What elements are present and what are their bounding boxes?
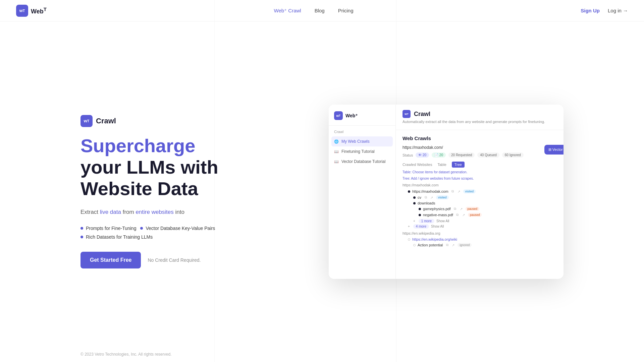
copy-icon-ap[interactable]: ⧉ [445, 243, 449, 247]
sidebar-item-label-crawls: My Web Crawls [341, 139, 370, 144]
hero-subtext: Extract live data from entire websites i… [80, 208, 255, 217]
visited-badge-1: visited [463, 189, 476, 193]
feature-dot-2 [140, 227, 143, 230]
hero-badge: wT Crawl [80, 115, 255, 127]
mock-body: Web Crawls https://maxhodak.com/ Status … [396, 130, 564, 256]
app-mockup: wT Web⁺ Crawl 🌐 My Web Crawls 📖 Finetuni… [329, 105, 564, 279]
tree-icons-nm: ⧉ ↗ [455, 213, 466, 217]
tree-dot-downloads [413, 202, 416, 204]
get-started-button[interactable]: Get Started Free [80, 252, 141, 268]
hero-subtext-prefix: Extract [80, 209, 100, 215]
nav-link-crawl[interactable]: Web⁺ Crawl [274, 8, 301, 14]
tree-label-wiki: https://en.wikipedia.org/wiki [412, 237, 457, 241]
feature-dot-1 [80, 227, 83, 230]
hero-subtext-suffix: into [174, 209, 184, 215]
paused-badge-gp: paused [466, 207, 480, 211]
copy-icon-cv[interactable]: ⧉ [423, 195, 428, 200]
tree-label-cv: cv [418, 195, 421, 199]
feature-chip-3: Rich Datasets for Training LLMs [80, 234, 153, 240]
sidebar-item-finetuning[interactable]: 📖 Finetuning Tutorial [329, 146, 395, 157]
mock-tab-hint-table: Table: Choose items for dataset generati… [402, 170, 557, 174]
more-row-2: + 4 more Show All [402, 223, 557, 229]
copy-icon-gp[interactable]: ⧉ [453, 206, 458, 211]
external-link-icon-ap[interactable]: ↗ [451, 243, 455, 247]
external-link-icon-cv[interactable]: ↗ [429, 195, 434, 200]
hero-headline-rest: your LLMs with Website Data [80, 157, 218, 199]
mock-domain-2: https://en.wikipedia.org [402, 231, 557, 235]
feature-row-2: Rich Datasets for Training LLMs [80, 234, 255, 240]
feature-chip-1: Prompts for Fine-Tuning [80, 226, 136, 231]
mock-badge-ignored: 60 Ignored [502, 153, 524, 158]
tab-table[interactable]: Table [435, 162, 449, 168]
features-list: Prompts for Fine-Tuning Vector Database … [80, 226, 255, 240]
more-btn-2[interactable]: 4 more [413, 224, 429, 229]
tree-dot-gamephysics [419, 208, 421, 210]
feature-row-1: Prompts for Fine-Tuning Vector Database … [80, 226, 255, 231]
show-all-2[interactable]: Show All [431, 225, 444, 228]
hero-left: wT Crawl Supercharge your LLMs with Webs… [80, 115, 255, 269]
table-hint-label: Table: Choose items for dataset generati… [402, 170, 467, 174]
tree-dot-wiki [408, 238, 410, 241]
sidebar-item-label-finetuning: Finetuning Tutorial [341, 149, 375, 154]
logo-text: WebT [31, 6, 47, 15]
hero-subtext-mid: from [121, 209, 136, 215]
tree-icons-cv: ⧉ ↗ [423, 195, 434, 200]
tree-label-nm: negative-mass.pdf [423, 213, 453, 217]
footer: © 2023 Vetro Technologies, Inc. All righ… [0, 347, 644, 362]
hero-right: wT Web⁺ Crawl 🌐 My Web Crawls 📖 Finetuni… [275, 105, 564, 279]
hero-badge-text: Crawl [96, 117, 116, 125]
mock-crawl-url: https://maxhodak.com/ [402, 145, 557, 150]
mock-tabs-row: Crawled Websites Table Tree [402, 162, 557, 168]
tree-item-wikipedia-wiki: https://en.wikipedia.org/wiki [402, 237, 557, 242]
tree-label-downloads: downloads [418, 201, 435, 205]
hero-subtext-highlight1: live data [100, 209, 121, 215]
mock-tree-section-1: https://maxhodak.com https://maxhodak.co… [402, 183, 557, 229]
copy-icon-nm[interactable]: ⧉ [455, 213, 460, 217]
external-link-icon[interactable]: ↗ [457, 189, 461, 194]
sidebar-item-vectordb[interactable]: 📖 Vector Database Tutorial [329, 157, 395, 167]
tree-label-ap: Action potential [418, 243, 443, 247]
sidebar-item-my-crawls[interactable]: 🌐 My Web Crawls [331, 136, 393, 146]
nav-link-blog[interactable]: Blog [315, 8, 325, 13]
cta-row: Get Started Free No Credit Card Required… [80, 252, 255, 268]
feature-label-1: Prompts for Fine-Tuning [86, 226, 136, 231]
tree-label-gamephysics: gamephysics.pdf [423, 207, 451, 211]
vector-button[interactable]: ⊞ Vector [544, 145, 564, 155]
tree-dot-ap [413, 244, 416, 246]
tree-label-maxhodak: https://maxhodak.com [412, 189, 448, 193]
hero-subtext-highlight2: entire websites [136, 209, 173, 215]
nav-links: Web⁺ Crawl Blog Pricing [274, 8, 354, 14]
tree-hint-label: Tree: Add / ignore websites from future … [402, 177, 474, 180]
more-row-1: + 1 more Show All [402, 218, 557, 223]
visited-badge-cv: visited [436, 195, 449, 199]
footer-text: © 2023 Vetro Technologies, Inc. All righ… [80, 352, 171, 357]
nav-link-pricing[interactable]: Pricing [338, 8, 354, 13]
mock-badge-eye: 👁 20 [416, 153, 429, 158]
mock-main-header: wT Crawl Automatically extract all the d… [396, 105, 564, 130]
hero-headline: Supercharge your LLMs with Website Data [80, 135, 255, 200]
signup-button[interactable]: Sign Up [581, 8, 600, 13]
tree-item-gamephysics: gamephysics.pdf ⧉ ↗ paused [402, 206, 557, 212]
tree-dot-cv [413, 196, 416, 199]
tree-item-action-potential: Action potential ⧉ ↗ ignored [402, 242, 557, 248]
nav-logo[interactable]: wT WebT [16, 5, 47, 17]
nav-right: Sign Up Log in → [581, 8, 628, 13]
external-link-icon-nm[interactable]: ↗ [461, 213, 466, 217]
login-button[interactable]: Log in → [608, 8, 628, 13]
hero-badge-icon: wT [80, 115, 93, 127]
mock-tree: https://maxhodak.com https://maxhodak.co… [402, 183, 557, 248]
mock-main: wT Crawl Automatically extract all the d… [396, 105, 564, 279]
more-btn-1[interactable]: 1 more [419, 219, 434, 223]
sidebar-item-label-vectordb: Vector Database Tutorial [341, 159, 385, 164]
tree-icons-ap: ⧉ ↗ [445, 243, 455, 247]
mock-section-title: Web Crawls [402, 135, 557, 141]
copy-icon[interactable]: ⧉ [450, 189, 455, 194]
external-link-icon-gp[interactable]: ↗ [459, 206, 464, 211]
tab-tree[interactable]: Tree [452, 162, 465, 168]
logo-icon: wT [16, 5, 28, 17]
mock-main-title: Crawl [414, 111, 430, 118]
show-all-1[interactable]: Show All [436, 219, 449, 223]
navbar: wT WebT Web⁺ Crawl Blog Pricing Sign Up … [0, 0, 644, 21]
mock-badge-queued: 40 Queued [477, 153, 499, 158]
feature-label-3: Rich Datasets for Training LLMs [86, 234, 153, 240]
